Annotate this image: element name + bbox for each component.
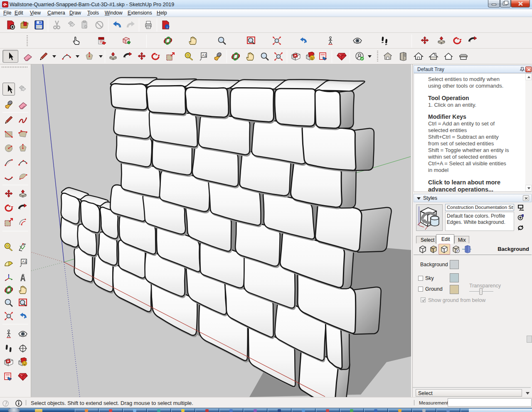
svg-text:A1: A1 — [202, 53, 207, 57]
svg-text:b: b — [23, 243, 25, 246]
svg-text:A1: A1 — [22, 260, 27, 264]
